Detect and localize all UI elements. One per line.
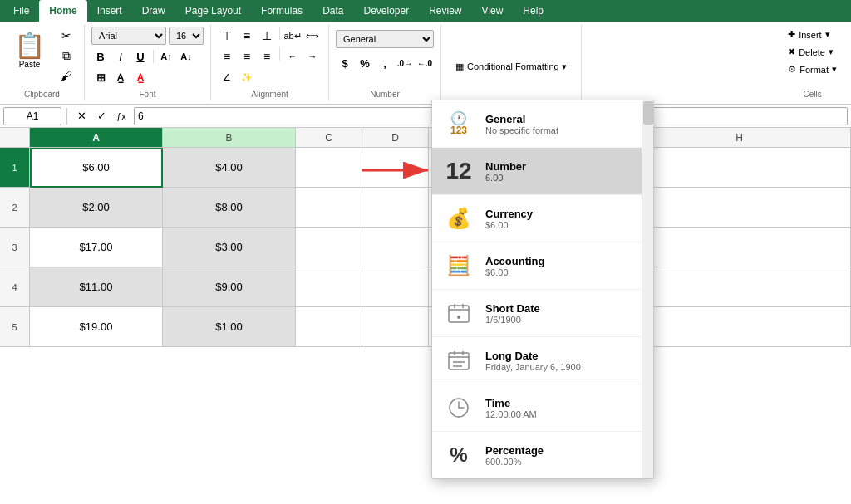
cell-h3[interactable] xyxy=(628,228,851,267)
cell-d3[interactable] xyxy=(362,228,429,267)
number-format-select[interactable]: General xyxy=(336,30,434,48)
row-number-1[interactable]: 1 xyxy=(0,148,30,188)
percent-format-button[interactable]: % xyxy=(356,54,374,72)
row-number-2[interactable]: 2 xyxy=(0,188,30,228)
cell-h2[interactable] xyxy=(628,188,851,228)
align-center-button[interactable]: ≡ xyxy=(238,47,256,66)
format-currency-item[interactable]: 💰 Currency $6.00 xyxy=(432,195,653,242)
decimal-increase-button[interactable]: .0→ xyxy=(396,54,414,72)
cell-c3[interactable] xyxy=(296,228,362,267)
cell-b1[interactable]: $4.00 xyxy=(163,148,296,188)
align-middle-button[interactable]: ≡ xyxy=(238,27,256,45)
cell-c4[interactable] xyxy=(296,267,362,307)
tab-formulas[interactable]: Formulas xyxy=(251,0,312,22)
font-family-select[interactable]: Arial xyxy=(91,27,166,45)
align-left-button[interactable]: ≡ xyxy=(218,47,236,66)
comma-format-button[interactable]: , xyxy=(376,54,394,72)
row-number-5[interactable]: 5 xyxy=(0,307,30,347)
cell-h5[interactable] xyxy=(628,307,851,347)
tab-insert[interactable]: Insert xyxy=(87,0,132,22)
row-number-4[interactable]: 4 xyxy=(0,267,30,307)
cell-reference-input[interactable] xyxy=(3,107,61,125)
svg-rect-5 xyxy=(449,353,469,369)
tab-view[interactable]: View xyxy=(472,0,514,22)
formula-cancel-button[interactable]: ✕ xyxy=(72,107,91,125)
cell-c5[interactable] xyxy=(296,307,362,347)
col-header-b[interactable]: B xyxy=(163,128,296,147)
format-accounting-item[interactable]: 🧮 Accounting $6.00 xyxy=(432,242,653,290)
format-percentage-item[interactable]: % Percentage 600.00% xyxy=(432,432,653,478)
cell-b3[interactable]: $3.00 xyxy=(163,228,296,267)
conditional-formatting-button[interactable]: ▦ Conditional Formatting ▾ xyxy=(448,57,574,76)
cell-c2[interactable] xyxy=(296,188,362,228)
cell-b5[interactable]: $1.00 xyxy=(163,307,296,347)
format-long-date-item[interactable]: Long Date Friday, January 6, 1900 xyxy=(432,337,653,384)
format-icon: ⚙ xyxy=(788,64,796,75)
short-date-format-icon xyxy=(442,296,475,330)
tab-data[interactable]: Data xyxy=(312,0,353,22)
cell-b4[interactable]: $9.00 xyxy=(163,267,296,307)
merge-button[interactable]: ⟺ xyxy=(303,27,322,45)
format-general-item[interactable]: 🕐 123 General No specific format xyxy=(432,100,653,148)
tab-developer[interactable]: Developer xyxy=(353,0,419,22)
cell-h4[interactable] xyxy=(628,267,851,307)
cell-d4[interactable] xyxy=(362,267,429,307)
borders-button[interactable]: ⊞ xyxy=(91,68,110,86)
cut-button[interactable]: ✂ xyxy=(56,27,77,45)
delete-button[interactable]: ✖ Delete ▾ xyxy=(780,44,844,60)
fill-color-button[interactable]: A̲ xyxy=(111,68,130,86)
tab-home[interactable]: Home xyxy=(39,0,86,22)
cell-a1[interactable]: $6.00 xyxy=(30,148,163,188)
cell-a2[interactable]: $2.00 xyxy=(30,188,163,228)
cell-a5[interactable]: $19.00 xyxy=(30,307,163,347)
format-painter-button[interactable]: 🖌 xyxy=(56,66,77,85)
cell-d1[interactable] xyxy=(362,148,429,188)
cell-d5[interactable] xyxy=(362,307,429,347)
cell-a4[interactable]: $11.00 xyxy=(30,267,163,307)
cell-d2[interactable] xyxy=(362,188,429,228)
col-header-d[interactable]: D xyxy=(362,128,429,147)
tab-review[interactable]: Review xyxy=(419,0,471,22)
copy-button[interactable]: ⧉ xyxy=(56,46,77,65)
format-short-date-item[interactable]: Short Date 1/6/1900 xyxy=(432,290,653,337)
accounting-format-button[interactable]: $ xyxy=(336,54,354,72)
cell-h1[interactable] xyxy=(628,148,851,188)
italic-button[interactable]: I xyxy=(111,47,130,66)
bold-button[interactable]: B xyxy=(91,47,110,66)
scrollbar[interactable] xyxy=(642,100,653,478)
insert-button[interactable]: ✚ Insert ▾ xyxy=(780,27,844,42)
format-time-item[interactable]: Time 12:00:00 AM xyxy=(432,384,653,432)
align-right-button[interactable]: ≡ xyxy=(258,47,276,66)
formula-function-button[interactable]: ƒx xyxy=(112,107,130,125)
angle-text-button[interactable]: ∠ xyxy=(218,68,236,86)
tab-file[interactable]: File xyxy=(3,0,39,22)
indent-increase-button[interactable]: → xyxy=(303,47,322,66)
cell-a3[interactable]: $17.00 xyxy=(30,228,163,267)
underline-button[interactable]: U xyxy=(131,47,150,66)
font-grow-button[interactable]: A↓ xyxy=(177,47,195,66)
formula-confirm-button[interactable]: ✓ xyxy=(92,107,111,125)
strikethrough-button[interactable]: A↑ xyxy=(157,47,175,66)
font-size-select[interactable]: 16 xyxy=(169,27,204,45)
row-number-3[interactable]: 3 xyxy=(0,228,30,267)
format-button[interactable]: ⚙ Format ▾ xyxy=(780,61,844,77)
align-bottom-button[interactable]: ⊥ xyxy=(258,27,276,45)
font-color-button[interactable]: A̲ xyxy=(131,68,150,86)
cell-c1[interactable] xyxy=(296,148,362,188)
tab-help[interactable]: Help xyxy=(513,0,553,22)
format-number-item[interactable]: 12 Number 6.00 xyxy=(432,148,653,195)
paste-button[interactable]: 📋 Paste xyxy=(7,27,52,73)
col-header-h[interactable]: H xyxy=(628,128,851,147)
indent-decrease-button[interactable]: ← xyxy=(283,47,302,66)
col-header-a[interactable]: A xyxy=(30,128,163,147)
col-header-c[interactable]: C xyxy=(296,128,362,147)
tab-draw[interactable]: Draw xyxy=(132,0,175,22)
general-format-icon: 🕐 123 xyxy=(442,107,475,140)
scroll-thumb[interactable] xyxy=(643,101,653,125)
tab-page-layout[interactable]: Page Layout xyxy=(175,0,251,22)
align-top-button[interactable]: ⊤ xyxy=(218,27,236,45)
cell-b2[interactable]: $8.00 xyxy=(163,188,296,228)
decimal-decrease-button[interactable]: ←.0 xyxy=(416,54,434,72)
wrap-text-button[interactable]: ab↵ xyxy=(283,27,302,45)
orientation-button[interactable]: ✨ xyxy=(238,68,256,86)
